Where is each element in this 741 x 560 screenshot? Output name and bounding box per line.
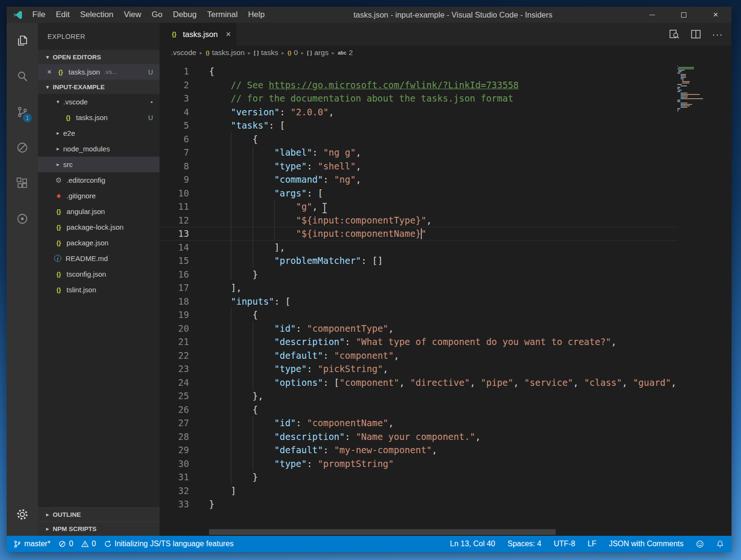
search-icon[interactable] xyxy=(7,58,38,94)
code-line-21[interactable]: 21 "description": "What type of componen… xyxy=(160,335,677,349)
line-number[interactable]: 33 xyxy=(160,497,209,511)
encoding[interactable]: UTF-8 xyxy=(554,540,575,548)
menu-go[interactable]: Go xyxy=(146,7,168,23)
code-line-17[interactable]: 17 ], xyxy=(160,281,677,295)
menu-help[interactable]: Help xyxy=(243,7,270,23)
code-line-22[interactable]: 22 "default": "component", xyxy=(160,349,677,363)
code-line-30[interactable]: 30 "type": "promptString" xyxy=(160,457,677,471)
code-line-23[interactable]: 23 "type": "pickString", xyxy=(160,362,677,376)
more-actions-icon[interactable]: ··· xyxy=(712,32,723,37)
breadcrumb-item[interactable]: [ ]args xyxy=(307,48,329,57)
file-.gitignore[interactable]: ◆.gitignore xyxy=(38,188,160,204)
project-header[interactable]: ▾ INPUT-EXAMPLE xyxy=(38,80,160,94)
line-number[interactable]: 28 xyxy=(160,430,209,444)
cursor-position[interactable]: Ln 13, Col 40 xyxy=(450,540,495,548)
code-line-28[interactable]: 28 "description": "Name your component."… xyxy=(160,430,677,444)
language-status[interactable]: Initializing JS/TS language features xyxy=(104,540,234,548)
line-number[interactable]: 6 xyxy=(160,132,209,146)
code-line-12[interactable]: 12 "${input:componentType}", xyxy=(160,214,677,227)
menu-terminal[interactable]: Terminal xyxy=(202,7,243,23)
open-editors-header[interactable]: ▾ OPEN EDITORS xyxy=(38,50,160,64)
section-outline[interactable]: ▸OUTLINE xyxy=(38,507,160,522)
line-number[interactable]: 18 xyxy=(160,295,209,308)
line-number[interactable]: 12 xyxy=(160,214,209,227)
line-number[interactable]: 31 xyxy=(160,470,209,484)
indentation[interactable]: Spaces: 4 xyxy=(507,540,541,548)
tab-tasks-json[interactable]: {} tasks.json × xyxy=(160,23,237,46)
code-line-33[interactable]: 33} xyxy=(160,497,677,511)
code-line-31[interactable]: 31 } xyxy=(160,470,677,484)
code-editor[interactable]: 1{2 // See https://go.microsoft.com/fwli… xyxy=(160,60,732,536)
line-number[interactable]: 21 xyxy=(160,335,209,349)
line-number[interactable]: 26 xyxy=(160,403,209,417)
code-line-10[interactable]: 10 "args": [ xyxy=(160,187,677,200)
split-editor-icon[interactable] xyxy=(690,28,702,40)
breadcrumb-item[interactable]: [ ]tasks xyxy=(254,48,278,57)
code-line-15[interactable]: 15 "problemMatcher": [] xyxy=(160,254,677,268)
file-tasks.json[interactable]: {}tasks.jsonU xyxy=(38,110,160,125)
line-number[interactable]: 1 xyxy=(160,65,209,78)
open-preview-icon[interactable] xyxy=(668,28,680,40)
folder-.vscode[interactable]: ▾.vscode● xyxy=(38,94,160,110)
eol[interactable]: LF xyxy=(588,540,597,548)
line-number[interactable]: 10 xyxy=(160,187,209,200)
debug-icon[interactable] xyxy=(7,130,38,165)
code-line-25[interactable]: 25 }, xyxy=(160,389,677,403)
file-tsconfig.json[interactable]: {}tsconfig.json xyxy=(38,266,160,282)
scrollbar-thumb[interactable] xyxy=(209,529,556,535)
code-line-9[interactable]: 9 "command": "ng", xyxy=(160,173,677,187)
line-number[interactable]: 25 xyxy=(160,389,209,403)
breadcrumb-item[interactable]: {}0 xyxy=(287,48,298,57)
file-tslint.json[interactable]: {}tslint.json xyxy=(38,282,160,298)
line-number[interactable]: 22 xyxy=(160,349,209,363)
line-number[interactable]: 30 xyxy=(160,457,209,471)
minimize-button[interactable] xyxy=(636,7,668,23)
settings-gear-icon[interactable] xyxy=(7,496,38,532)
extension-circle-icon[interactable] xyxy=(7,201,38,236)
line-number[interactable]: 32 xyxy=(160,484,209,498)
file-angular.json[interactable]: {}angular.json xyxy=(38,204,160,219)
code-line-26[interactable]: 26 { xyxy=(160,403,677,417)
code-line-1[interactable]: 1{ xyxy=(160,65,677,78)
code-line-16[interactable]: 16 } xyxy=(160,268,677,281)
code-line-24[interactable]: 24 "options": ["component", "directive",… xyxy=(160,376,677,390)
line-number[interactable]: 14 xyxy=(160,241,209,254)
line-number[interactable]: 8 xyxy=(160,159,209,173)
close-tab-icon[interactable]: × xyxy=(226,29,231,39)
line-number[interactable]: 27 xyxy=(160,416,209,430)
breadcrumb-item[interactable]: {}tasks.json xyxy=(206,48,245,57)
code-line-2[interactable]: 2 // See https://go.microsoft.com/fwlink… xyxy=(160,78,677,92)
line-number[interactable]: 15 xyxy=(160,254,209,268)
file-package.json[interactable]: {}package.json xyxy=(38,235,160,251)
feedback[interactable] xyxy=(696,540,704,548)
menu-selection[interactable]: Selection xyxy=(75,7,119,23)
file-package-lock.json[interactable]: {}package-lock.json xyxy=(38,219,160,235)
source-control-icon[interactable]: 1 xyxy=(7,94,38,130)
menu-debug[interactable]: Debug xyxy=(168,7,202,23)
file-.editorconfig[interactable]: ⚙.editorconfig xyxy=(38,172,160,188)
git-branch[interactable]: master* xyxy=(13,540,50,548)
line-number[interactable]: 7 xyxy=(160,146,209,159)
close-editor-icon[interactable]: × xyxy=(45,68,54,76)
line-number[interactable]: 3 xyxy=(160,92,209,105)
breadcrumb-item[interactable]: abc2 xyxy=(338,48,353,57)
code-line-3[interactable]: 3 // for the documentation about the tas… xyxy=(160,92,677,105)
line-number[interactable]: 5 xyxy=(160,119,209,132)
line-number[interactable]: 29 xyxy=(160,443,209,457)
breadcrumb-item[interactable]: .vscode xyxy=(171,48,196,57)
errors[interactable]: 0 xyxy=(58,540,73,548)
explorer-icon[interactable] xyxy=(7,23,38,58)
line-number[interactable]: 24 xyxy=(160,376,209,390)
folder-e2e[interactable]: ▸e2e xyxy=(38,125,160,141)
section-npm-scripts[interactable]: ▸NPM SCRIPTS xyxy=(38,522,160,536)
code-line-13[interactable]: 13 "${input:componentName}" xyxy=(160,227,677,241)
line-number[interactable]: 4 xyxy=(160,105,209,119)
line-number[interactable]: 23 xyxy=(160,362,209,376)
line-number[interactable]: 9 xyxy=(160,173,209,187)
line-number[interactable]: 17 xyxy=(160,281,209,295)
code-line-29[interactable]: 29 "default": "my-new-component", xyxy=(160,443,677,457)
code-line-19[interactable]: 19 { xyxy=(160,308,677,322)
language-mode[interactable]: JSON with Comments xyxy=(609,540,684,548)
code-line-18[interactable]: 18 "inputs": [ xyxy=(160,295,677,308)
code-line-11[interactable]: 11 "g", xyxy=(160,200,677,214)
